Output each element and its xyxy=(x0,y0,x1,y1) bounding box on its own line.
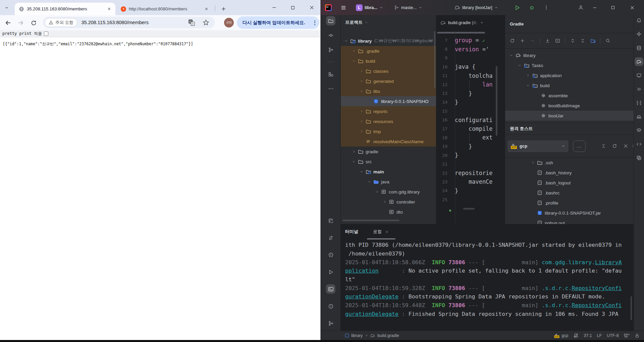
remote-web-icon[interactable] xyxy=(630,142,634,151)
browser-minimize-button[interactable] xyxy=(266,0,282,15)
vcs-branch-widget[interactable]: maste... xyxy=(394,0,422,15)
git-icon[interactable] xyxy=(326,319,335,328)
chevron-right-icon[interactable] xyxy=(358,109,365,113)
structure-icon[interactable] xyxy=(326,69,335,79)
translate-icon[interactable]: G文 xyxy=(188,19,195,27)
tree-item-com.gdg.library[interactable]: com.gdg.library xyxy=(341,187,436,197)
tree-item-generated[interactable]: generated xyxy=(341,76,436,86)
chevron-right-icon[interactable] xyxy=(525,73,531,77)
tree-item-reports[interactable]: reports xyxy=(341,106,436,116)
new-tab-button[interactable] xyxy=(219,4,228,13)
tree-item-bootbuildimage[interactable]: bootBuildImage xyxy=(505,101,634,111)
more-tool-windows-icon[interactable] xyxy=(326,84,335,93)
chevron-down-icon[interactable] xyxy=(508,53,515,57)
run-anything-icon[interactable] xyxy=(635,85,643,94)
tree-item-build[interactable]: build xyxy=(341,56,436,66)
folderplus-icon[interactable] xyxy=(588,37,597,45)
minus-icon[interactable] xyxy=(528,37,537,45)
chevron-down-icon[interactable] xyxy=(351,59,357,63)
code-line-7[interactable]: 7group = ✓ xyxy=(436,36,505,45)
tree-item-src[interactable]: src xyxy=(341,157,436,167)
code-line-23[interactable]: 23 mavenCe xyxy=(436,177,505,186)
debug-button[interactable] xyxy=(529,0,535,15)
readonly-lock-icon[interactable] xyxy=(635,333,640,338)
chevron-down-icon[interactable] xyxy=(366,180,372,184)
tree-item-application[interactable]: application xyxy=(505,70,634,80)
log-link[interactable]: RepositoryConfi xyxy=(572,285,622,291)
chevron-right-icon[interactable] xyxy=(358,79,365,83)
chevron-down-icon[interactable] xyxy=(358,89,365,93)
dependencies-icon[interactable] xyxy=(635,112,643,121)
browser-tab-inactive[interactable]: http://localhost:8080/members xyxy=(117,3,213,15)
runtask-icon[interactable] xyxy=(553,37,562,45)
code-line-22[interactable]: 22repositorie xyxy=(436,169,505,177)
gradle-panel-header[interactable]: Gradle xyxy=(505,15,634,33)
ide-close-button[interactable] xyxy=(626,0,639,15)
tree-item-library[interactable]: libraryC:₩규빈₩이화여대₩gdsc₩ xyxy=(341,36,436,46)
browser-tab-active[interactable]: 35.208.115.163:8080/members xyxy=(15,3,115,15)
tree-item-bootjar[interactable]: bootJar xyxy=(505,111,634,121)
ide-minimize-button[interactable] xyxy=(588,0,601,15)
documentation-icon[interactable] xyxy=(635,140,643,149)
remote-host-panel-header[interactable]: 원격 호스트 xyxy=(505,123,634,135)
editor-tabs-scrollbar[interactable] xyxy=(437,32,485,34)
tree-item-.bash_history[interactable]: ?.bash_history xyxy=(505,168,634,178)
collapse-icon[interactable] xyxy=(578,37,587,45)
browser-maximize-button[interactable] xyxy=(285,0,301,15)
project-vertical-scrollbar[interactable] xyxy=(434,31,435,88)
refresh-icon[interactable] xyxy=(508,37,517,45)
code-line-20[interactable]: 20} xyxy=(436,151,505,160)
chevron-down-icon[interactable] xyxy=(351,160,357,164)
chevron-down-icon[interactable] xyxy=(358,170,365,174)
bookmarks-icon[interactable] xyxy=(635,154,643,162)
project-widget[interactable]: L libra... xyxy=(356,0,383,15)
editor-horizontal-scrollbar[interactable] xyxy=(463,208,475,210)
project-panel-header[interactable]: 프로젝트 xyxy=(341,15,436,30)
code-line-12[interactable]: 12 lan xyxy=(436,80,505,89)
expand-icon[interactable] xyxy=(568,37,577,45)
code-line-14[interactable]: 14} xyxy=(436,98,505,107)
chevron-down-icon[interactable] xyxy=(343,39,349,43)
chevron-down-icon[interactable] xyxy=(525,83,531,88)
terminal-tab-local[interactable]: 로컬 xyxy=(373,224,389,239)
project-icon[interactable] xyxy=(326,16,335,25)
endpoints-icon[interactable] xyxy=(635,99,643,107)
download-icon[interactable] xyxy=(543,37,552,45)
database-changes-icon[interactable] xyxy=(326,216,335,225)
chevron-down-icon[interactable] xyxy=(516,63,523,67)
code-line-8[interactable]: 8version =' xyxy=(436,45,505,53)
commit-icon[interactable] xyxy=(326,31,335,40)
restart-to-update-button[interactable]: 다시 실행하여 업데이트하세요. xyxy=(237,16,319,29)
user-profile-icon[interactable] xyxy=(578,0,584,15)
run-configuration-widget[interactable]: library [bootJar] xyxy=(454,0,498,15)
tree-item-classes[interactable]: classes xyxy=(341,66,436,76)
gradle-icon[interactable] xyxy=(635,57,643,66)
chevron-down-icon[interactable] xyxy=(374,190,380,194)
problems-icon[interactable] xyxy=(326,301,335,311)
terminal-icon[interactable] xyxy=(326,284,335,294)
more-options-icon[interactable] xyxy=(314,20,315,25)
version-control-icon[interactable] xyxy=(326,45,335,54)
code-line-17[interactable]: 17 compile xyxy=(436,124,505,133)
run-icon[interactable] xyxy=(326,267,335,277)
tree-item-dto[interactable]: dto xyxy=(341,207,436,217)
tree-item-java[interactable]: java xyxy=(341,177,436,187)
code-line-19[interactable]: 19 } xyxy=(436,142,505,151)
notifications-muted-icon[interactable] xyxy=(573,333,579,338)
tree-item-tmp[interactable]: tmp xyxy=(341,126,436,136)
code-line-24[interactable]: 24} xyxy=(436,186,505,195)
tree-item-libs[interactable]: libs xyxy=(341,86,436,96)
tree-item-tasks[interactable]: Tasks xyxy=(505,60,634,70)
code-line-9[interactable]: 9 xyxy=(436,54,505,62)
chevron-right-icon[interactable] xyxy=(358,119,365,123)
chevron-right-icon[interactable] xyxy=(358,69,365,73)
tree-item-.profile[interactable]: ?.profile xyxy=(505,198,634,208)
chevron-right-icon[interactable] xyxy=(530,161,536,165)
forward-icon[interactable] xyxy=(16,18,25,27)
indent-style[interactable]: 탭* xyxy=(624,333,630,338)
editor-vertical-scrollbar[interactable] xyxy=(496,66,497,136)
device-manager-icon[interactable] xyxy=(635,71,643,80)
tree-item-.ssh[interactable]: .ssh xyxy=(505,158,634,168)
line-separator[interactable]: LF xyxy=(597,333,602,338)
main-menu-button[interactable] xyxy=(340,0,346,15)
